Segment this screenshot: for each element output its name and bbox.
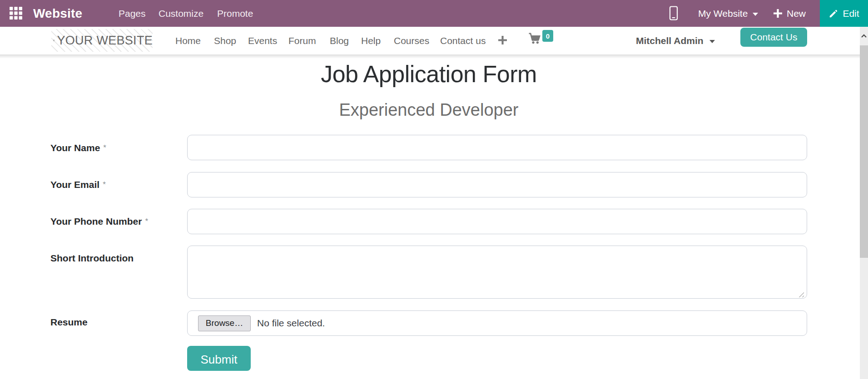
required-marker: * xyxy=(145,217,148,226)
plus-icon xyxy=(774,9,782,18)
website-logo-text: YOUR WEBSITE xyxy=(57,34,153,48)
caret-down-icon xyxy=(753,13,758,16)
navbar-shadow xyxy=(0,54,860,59)
builder-topbar: Website Pages Customize Promote My Websi… xyxy=(0,0,868,27)
app-title[interactable]: Website xyxy=(33,0,82,27)
phone-field[interactable] xyxy=(187,209,807,234)
scroll-up-icon[interactable] xyxy=(861,32,867,40)
label-your-email: Your Email* xyxy=(50,179,106,190)
nav-link-blog[interactable]: Blog xyxy=(330,27,349,54)
edit-button-label: Edit xyxy=(843,8,859,19)
nav-link-events[interactable]: Events xyxy=(248,27,277,54)
globe-icon xyxy=(53,33,55,48)
new-content-button[interactable]: New xyxy=(774,0,806,27)
email-field[interactable] xyxy=(187,172,807,197)
caret-down-icon xyxy=(709,40,715,43)
add-page-plus-icon[interactable] xyxy=(498,36,507,44)
browse-button[interactable]: Browse… xyxy=(198,315,251,331)
new-button-label: New xyxy=(787,8,806,19)
apps-grid-icon[interactable] xyxy=(10,7,22,20)
cart-count-badge: 0 xyxy=(542,30,553,42)
page-title: Job Application Form xyxy=(50,60,807,88)
cart-icon xyxy=(528,33,541,44)
topbar-menu-promote[interactable]: Promote xyxy=(217,0,253,27)
page-subtitle: Experienced Developer xyxy=(50,100,807,120)
scrollbar-thumb[interactable] xyxy=(860,45,868,258)
website-switcher[interactable]: My Website xyxy=(698,0,758,27)
required-marker: * xyxy=(103,143,106,152)
file-status-text: No file selected. xyxy=(257,318,325,329)
contact-us-button[interactable]: Contact Us xyxy=(740,28,807,47)
submit-button[interactable]: Submit xyxy=(187,346,251,371)
required-marker: * xyxy=(103,180,106,189)
nav-link-home[interactable]: Home xyxy=(175,27,201,54)
topbar-menu-pages[interactable]: Pages xyxy=(119,0,146,27)
nav-link-shop[interactable]: Shop xyxy=(214,27,236,54)
edit-pencil-icon xyxy=(828,9,838,19)
user-menu[interactable]: Mitchell Admin xyxy=(636,27,715,54)
nav-link-forum[interactable]: Forum xyxy=(288,27,316,54)
label-resume: Resume xyxy=(50,317,88,328)
website-switcher-label: My Website xyxy=(698,8,748,19)
website-navbar: YOUR WEBSITE Home Shop Events Forum Blog… xyxy=(0,27,860,54)
mobile-preview-icon[interactable] xyxy=(669,6,678,20)
nav-link-courses[interactable]: Courses xyxy=(394,27,429,54)
resume-file-input[interactable]: Browse… No file selected. xyxy=(187,310,807,336)
vertical-scrollbar[interactable] xyxy=(860,27,868,379)
odoo-website-builder-screen: Website Pages Customize Promote My Websi… xyxy=(0,0,868,379)
name-field[interactable] xyxy=(187,135,807,160)
nav-link-help[interactable]: Help xyxy=(361,27,381,54)
cart-button[interactable]: 0 xyxy=(528,33,555,50)
user-name: Mitchell Admin xyxy=(636,35,704,46)
label-short-introduction: Short Introduction xyxy=(50,253,134,264)
label-your-phone-number: Your Phone Number* xyxy=(50,216,148,227)
topbar-menu-customize[interactable]: Customize xyxy=(159,0,203,27)
short-introduction-field[interactable] xyxy=(187,246,807,299)
nav-link-contact-us[interactable]: Contact us xyxy=(440,27,486,54)
label-your-name: Your Name* xyxy=(50,143,106,153)
website-logo[interactable]: YOUR WEBSITE xyxy=(51,29,153,52)
edit-button[interactable]: Edit xyxy=(820,0,868,27)
